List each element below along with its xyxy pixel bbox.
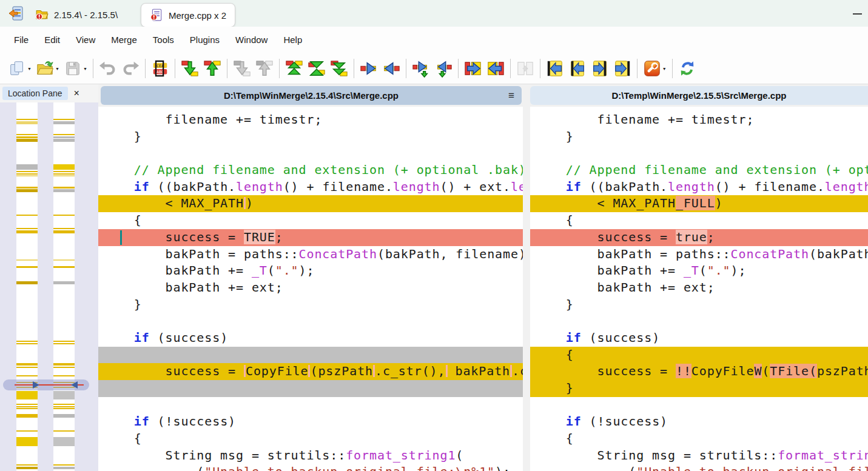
code-line[interactable] bbox=[98, 397, 523, 414]
toolbar-separator bbox=[458, 59, 459, 78]
redo-icon bbox=[121, 59, 140, 78]
code-line[interactable]: ("Unable to backup original file:\n%1"); bbox=[98, 464, 523, 471]
menu-help[interactable]: Help bbox=[275, 27, 310, 53]
header-menu-icon[interactable]: ≡ bbox=[508, 90, 514, 102]
previous-difference-button[interactable] bbox=[201, 55, 223, 82]
code-line[interactable]: success = !!CopyFileW(TFile(pszPath).c_s… bbox=[530, 363, 868, 380]
copy-right-and-advance-button[interactable] bbox=[410, 55, 432, 82]
code-line[interactable]: if (!success) bbox=[530, 413, 868, 430]
code-line[interactable]: < MAX_PATH_FULL) bbox=[530, 195, 868, 212]
tab-merge-cpp[interactable]: Merge.cpp x 2 bbox=[141, 3, 235, 27]
code-line[interactable]: bakPath += _T("."); bbox=[530, 262, 868, 279]
diff-mark bbox=[16, 259, 38, 261]
diff-mark bbox=[16, 391, 38, 399]
code-line[interactable] bbox=[98, 145, 523, 162]
options-button[interactable]: ▼ bbox=[641, 55, 668, 82]
code-line[interactable]: } bbox=[530, 380, 868, 397]
location-map[interactable] bbox=[0, 102, 98, 471]
open-button[interactable]: ▼ bbox=[34, 55, 61, 82]
code-line[interactable]: success = CopyFile(pszPath.c_str(), bakP… bbox=[98, 363, 523, 380]
previous-file-button[interactable] bbox=[567, 55, 588, 82]
code-line[interactable] bbox=[530, 313, 868, 330]
dropdown-caret-icon[interactable]: ▼ bbox=[83, 67, 87, 71]
copy-left-and-advance-button[interactable] bbox=[432, 55, 454, 82]
last-file-button[interactable] bbox=[611, 55, 633, 82]
code-line[interactable]: { bbox=[530, 430, 868, 447]
menu-edit[interactable]: Edit bbox=[36, 27, 68, 53]
code-line[interactable]: if (!success) bbox=[98, 413, 523, 430]
code-line[interactable]: String msg = strutils::format_string1( bbox=[530, 447, 868, 464]
copy-right-button[interactable] bbox=[358, 55, 380, 82]
code-line[interactable] bbox=[98, 347, 523, 364]
dropdown-caret-icon[interactable]: ▼ bbox=[662, 67, 667, 71]
next-difference-button[interactable] bbox=[179, 55, 201, 82]
diff-options-button[interactable]: CEAABC bbox=[149, 55, 171, 82]
code-line[interactable] bbox=[98, 313, 523, 330]
code-line[interactable]: { bbox=[530, 347, 868, 364]
diff-mark bbox=[53, 266, 75, 268]
new-button[interactable]: ▼ bbox=[6, 55, 33, 82]
code-line[interactable]: bakPath = paths::ConcatPath(bakPath, fil… bbox=[530, 246, 868, 263]
code-line[interactable]: bakPath += _T("."); bbox=[98, 262, 523, 279]
code-line[interactable] bbox=[98, 380, 523, 397]
code-line[interactable]: if ((bakPath.length() + filename.length(… bbox=[98, 179, 523, 196]
menu-window[interactable]: Window bbox=[227, 27, 275, 53]
code-line[interactable] bbox=[530, 145, 868, 162]
right-code-editor[interactable]: filename += timestr; } // Append filenam… bbox=[530, 107, 868, 471]
code-line[interactable]: } bbox=[98, 129, 523, 145]
current-difference-button[interactable] bbox=[306, 55, 328, 82]
code-line[interactable]: { bbox=[98, 212, 523, 229]
code-line[interactable]: } bbox=[530, 129, 868, 145]
copy-left-button[interactable] bbox=[380, 55, 402, 82]
code-line[interactable]: // Append filename and extension (+ opti… bbox=[98, 162, 523, 179]
left-code-editor[interactable]: filename += timestr; } // Append filenam… bbox=[98, 107, 523, 471]
diff-mark bbox=[53, 164, 75, 170]
first-file-button[interactable] bbox=[544, 55, 566, 82]
dropdown-caret-icon[interactable]: ▼ bbox=[27, 67, 32, 71]
code-line[interactable]: String msg = strutils::format_string1( bbox=[98, 447, 523, 464]
menu-merge[interactable]: Merge bbox=[103, 27, 145, 53]
code-line[interactable]: bakPath += ext; bbox=[530, 279, 868, 296]
code-line[interactable]: success = TRUE; bbox=[98, 229, 523, 246]
code-line[interactable]: } bbox=[98, 296, 523, 313]
diff-mark bbox=[53, 391, 75, 399]
code-line[interactable]: filename += timestr; bbox=[530, 112, 868, 129]
copy-all-left-button[interactable] bbox=[485, 55, 506, 82]
previous-conflict-button bbox=[254, 55, 275, 82]
left-file-path: D:\Temp\WinMerge\2.15.4\Src\Merge.cpp bbox=[224, 90, 399, 101]
location-strip-right[interactable] bbox=[53, 102, 75, 471]
last-difference-button[interactable] bbox=[328, 55, 350, 82]
minimize-button[interactable] bbox=[853, 8, 865, 18]
code-line[interactable]: { bbox=[530, 212, 868, 229]
menu-tools[interactable]: Tools bbox=[145, 27, 182, 53]
code-line[interactable]: ("Unable to backup original file:\n%1"); bbox=[530, 464, 868, 471]
code-line[interactable]: if ((bakPath.length() + filename.length(… bbox=[530, 179, 868, 196]
code-line[interactable] bbox=[530, 397, 868, 414]
close-icon[interactable]: × bbox=[74, 88, 79, 99]
menu-view[interactable]: View bbox=[68, 27, 103, 53]
code-line[interactable]: // Append filename and extension (+ opti… bbox=[530, 162, 868, 179]
code-line[interactable]: filename += timestr; bbox=[98, 112, 523, 129]
code-line[interactable]: < MAX_PATH) bbox=[98, 195, 523, 212]
menu-plugins[interactable]: Plugins bbox=[182, 27, 227, 53]
code-line[interactable]: success = true; bbox=[530, 229, 868, 246]
diff-mark bbox=[16, 367, 38, 368]
code-line[interactable]: if (success) bbox=[98, 330, 523, 347]
code-line[interactable]: bakPath += ext; bbox=[98, 279, 523, 296]
menu-file[interactable]: File bbox=[6, 27, 36, 53]
code-line[interactable]: { bbox=[98, 430, 523, 447]
new-document-icon bbox=[8, 59, 26, 78]
dropdown-caret-icon[interactable]: ▼ bbox=[55, 67, 59, 71]
first-difference-button[interactable] bbox=[283, 55, 305, 82]
code-line[interactable]: bakPath = paths::ConcatPath(bakPath, fil… bbox=[98, 246, 523, 263]
code-line[interactable]: } bbox=[530, 296, 868, 313]
left-file-header[interactable]: D:\Temp\WinMerge\2.15.4\Src\Merge.cpp ≡ bbox=[101, 86, 522, 105]
diff-mark bbox=[16, 171, 38, 172]
copy-all-right-button[interactable] bbox=[462, 55, 484, 82]
refresh-button[interactable] bbox=[676, 55, 698, 82]
code-line[interactable]: if (success) bbox=[530, 330, 868, 347]
tab-folder-compare[interactable]: 2.15.4\ - 2.15.5\ bbox=[27, 3, 126, 26]
location-strip-left[interactable] bbox=[16, 102, 38, 471]
next-file-button[interactable] bbox=[589, 55, 611, 82]
right-file-header[interactable]: D:\Temp\WinMerge\2.15.5\Src\Merge.cpp bbox=[530, 86, 868, 105]
